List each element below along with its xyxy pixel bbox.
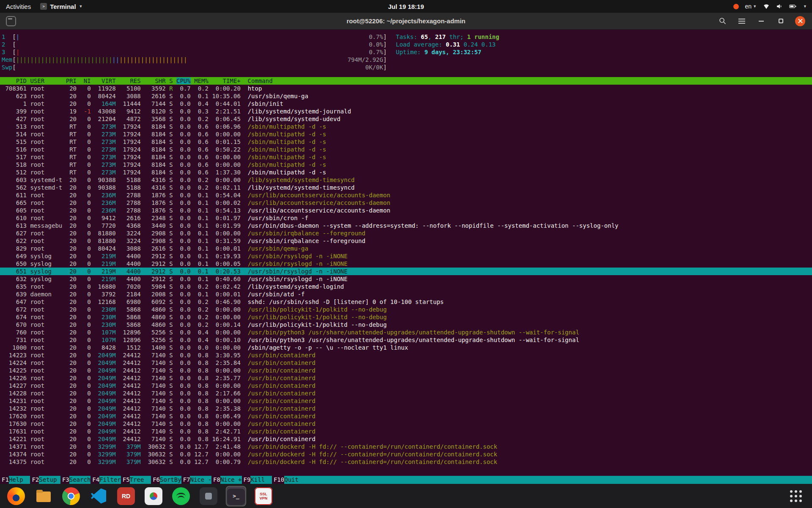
process-row-1[interactable]: 1 root 20 0 164M 11444 7144 S 0.0 0.4 0:… xyxy=(0,100,812,108)
process-row-1000[interactable]: 1000 root 20 0 8428 1512 1400 S 0.0 0.0 … xyxy=(0,344,812,351)
network-icon[interactable] xyxy=(763,3,770,10)
process-row-731[interactable]: 731 root 20 0 107M 12896 5256 S 0.0 0.4 … xyxy=(0,336,812,344)
process-row-515[interactable]: 515 root RT 0 273M 17924 8184 S 0.0 0.6 … xyxy=(0,138,812,146)
dock-item-firefox[interactable] xyxy=(6,486,26,506)
process-row-14228[interactable]: 14228 root 20 0 2049M 24412 7140 S 0.0 0… xyxy=(0,389,812,397)
process-row-17630[interactable]: 17630 root 20 0 2049M 24412 7140 S 0.0 0… xyxy=(0,420,812,428)
sort-column-cpu[interactable]: CPU% xyxy=(176,77,191,84)
process-row-516[interactable]: 516 root RT 0 273M 17924 8184 S 0.0 0.6 … xyxy=(0,146,812,153)
app-light-icon xyxy=(145,487,162,505)
process-row-14375[interactable]: 14375 root 20 0 3299M 379M 30632 S 0.0 1… xyxy=(0,458,812,466)
search-button[interactable] xyxy=(717,16,727,26)
dock-item-chrome[interactable] xyxy=(61,486,81,506)
maximize-button[interactable] xyxy=(776,16,786,26)
menu-button[interactable] xyxy=(737,16,747,26)
process-row-605[interactable]: 605 root 20 0 236M 2788 1876 S 0.0 0.1 0… xyxy=(0,207,812,214)
process-row-611[interactable]: 611 root 20 0 236M 2788 1876 S 0.0 0.1 0… xyxy=(0,191,812,199)
dock-item-app-light[interactable] xyxy=(143,486,164,506)
terminal-screen[interactable]: 1 [| 0.7%]2 [ xyxy=(0,30,812,484)
minimize-button[interactable] xyxy=(756,16,766,26)
fn-key-f10[interactable]: F10Quit xyxy=(272,476,812,484)
app-indicator-icon[interactable] xyxy=(733,4,739,9)
app-dark-icon xyxy=(200,487,217,505)
process-row-639[interactable]: 639 daemon 20 0 3792 2184 2008 S 0.0 0.1… xyxy=(0,290,812,298)
process-row-14231[interactable]: 14231 root 20 0 2049M 24412 7140 S 0.0 0… xyxy=(0,397,812,405)
dock-item-rd[interactable]: RD xyxy=(116,486,136,506)
process-row-17631[interactable]: 17631 root 20 0 2049M 24412 7140 S 0.0 0… xyxy=(0,428,812,435)
input-language-indicator[interactable]: en ▼ xyxy=(745,3,757,10)
process-row-670[interactable]: 670 root 20 0 230M 5868 4860 S 0.0 0.2 0… xyxy=(0,321,812,329)
process-row-14221[interactable]: 14221 root 20 0 2049M 24412 7140 S 0.0 0… xyxy=(0,435,812,443)
process-row-14371[interactable]: 14371 root 20 0 3299M 379M 30632 S 0.0 1… xyxy=(0,443,812,450)
dock-item-terminal[interactable]: >_ xyxy=(226,486,246,506)
process-row-14224[interactable]: 14224 root 20 0 2049M 24412 7140 S 0.0 0… xyxy=(0,359,812,367)
dock-item-vscode[interactable] xyxy=(88,486,109,506)
process-row-427[interactable]: 427 root 20 0 21204 4872 3568 S 0.0 0.2 … xyxy=(0,115,812,123)
process-row-632[interactable]: 632 syslog 20 0 219M 4400 2912 S 0.0 0.1… xyxy=(0,275,812,283)
dock-item-files[interactable] xyxy=(33,486,54,506)
process-row-651[interactable]: 651 syslog 20 0 219M 4400 2912 S 0.0 0.1… xyxy=(0,268,812,275)
fn-key-f6[interactable]: F6SortBy xyxy=(151,476,181,484)
process-row-672[interactable]: 672 root 20 0 230M 5868 4860 S 0.0 0.2 0… xyxy=(0,306,812,313)
fn-key-f9[interactable]: F9Kill xyxy=(242,476,272,484)
process-table-rows: 708361 root 20 0 11928 5100 3592 R 0.7 0… xyxy=(0,85,812,466)
process-row-512[interactable]: 512 root RT 0 273M 17924 8184 S 0.0 0.6 … xyxy=(0,168,812,176)
process-row-14226[interactable]: 14226 root 20 0 2049M 24412 7140 S 0.0 0… xyxy=(0,374,812,382)
load-average: Load average: 0.31 0.24 0.13 xyxy=(396,41,499,48)
search-icon xyxy=(719,17,726,25)
fn-key-f4[interactable]: F4Filter xyxy=(91,476,121,484)
process-row-517[interactable]: 517 root RT 0 273M 17924 8184 S 0.0 0.6 … xyxy=(0,153,812,161)
process-row-650[interactable]: 650 syslog 20 0 219M 4400 2912 S 0.0 0.1… xyxy=(0,260,812,268)
terminal-icon: >_ xyxy=(227,487,245,505)
process-row-647[interactable]: 647 root 20 0 12168 6980 6092 S 0.0 0.2 … xyxy=(0,298,812,306)
process-row-562[interactable]: 562 systemd-t 20 0 90388 5188 4316 S 0.0… xyxy=(0,184,812,191)
process-row-14225[interactable]: 14225 root 20 0 2049M 24412 7140 S 0.0 0… xyxy=(0,367,812,374)
chrome-icon xyxy=(62,487,80,505)
process-row-649[interactable]: 649 syslog 20 0 219M 4400 2912 S 0.0 0.1… xyxy=(0,252,812,260)
process-row-603[interactable]: 603 systemd-t 20 0 90388 5188 4316 S 0.0… xyxy=(0,176,812,184)
process-row-623[interactable]: 623 root 20 0 80424 3088 2616 S 0.0 0.1 … xyxy=(0,92,812,100)
spotify-icon xyxy=(172,487,190,505)
sslvpn-icon: SSL VPN xyxy=(255,487,272,505)
fn-key-f5[interactable]: F5Tree xyxy=(121,476,151,484)
window-icon[interactable] xyxy=(6,16,16,26)
fn-key-f1[interactable]: F1Help xyxy=(0,476,30,484)
close-button[interactable] xyxy=(795,16,805,26)
process-row-674[interactable]: 674 root 20 0 230M 5868 4860 S 0.0 0.2 0… xyxy=(0,313,812,321)
process-row-610[interactable]: 610 root 20 0 9412 2616 2348 S 0.0 0.1 0… xyxy=(0,214,812,222)
process-row-17620[interactable]: 17620 root 20 0 2049M 24412 7140 S 0.0 0… xyxy=(0,412,812,420)
dock-item-sslvpn[interactable]: SSL VPN xyxy=(253,486,274,506)
fn-key-f3[interactable]: F3Search xyxy=(60,476,91,484)
process-row-399[interactable]: 399 root 19 -1 43008 9412 8120 S 0.0 0.3… xyxy=(0,108,812,115)
process-row-14232[interactable]: 14232 root 20 0 2049M 24412 7140 S 0.0 0… xyxy=(0,405,812,412)
system-menu-chevron-icon[interactable]: ▼ xyxy=(803,4,807,8)
fn-key-f8[interactable]: F8Nice + xyxy=(211,476,241,484)
minimize-icon xyxy=(759,21,764,22)
process-row-635[interactable]: 635 root 20 0 16880 7020 5984 S 0.0 0.2 … xyxy=(0,283,812,290)
dock-item-app-dark[interactable] xyxy=(198,486,219,506)
process-row-14227[interactable]: 14227 root 20 0 2049M 24412 7140 S 0.0 0… xyxy=(0,382,812,389)
process-row-760[interactable]: 760 root 20 0 107M 12896 5256 S 0.0 0.4 … xyxy=(0,329,812,336)
dock-item-spotify[interactable] xyxy=(171,486,191,506)
fn-key-f7[interactable]: F7Nice - xyxy=(181,476,211,484)
process-row-622[interactable]: 622 root 20 0 81880 3224 2908 S 0.0 0.1 … xyxy=(0,237,812,245)
battery-icon[interactable] xyxy=(789,3,797,10)
volume-icon[interactable] xyxy=(776,3,783,10)
process-row-513[interactable]: 513 root RT 0 273M 17924 8184 S 0.0 0.6 … xyxy=(0,123,812,130)
process-row-829[interactable]: 829 root 20 0 80424 3088 2616 S 0.0 0.1 … xyxy=(0,245,812,252)
process-row-518[interactable]: 518 root RT 0 273M 17924 8184 S 0.0 0.6 … xyxy=(0,161,812,168)
maximize-icon xyxy=(779,19,783,23)
cpu-meter-2: 2 [ 0.0%] xyxy=(2,41,389,48)
process-row-514[interactable]: 514 root RT 0 273M 17924 8184 S 0.0 0.6 … xyxy=(0,130,812,138)
show-applications-button[interactable] xyxy=(790,490,802,502)
process-row-14223[interactable]: 14223 root 20 0 2049M 24412 7140 S 0.0 0… xyxy=(0,351,812,359)
dock: RD>_SSL VPN xyxy=(0,484,812,508)
fn-key-f2[interactable]: F2Setup xyxy=(30,476,60,484)
process-row-627[interactable]: 627 root 20 0 81880 3224 2908 S 0.0 0.1 … xyxy=(0,229,812,237)
process-table-header[interactable]: PID USER PRI NI VIRT RES SHR S CPU% MEM%… xyxy=(0,77,812,85)
process-row-14374[interactable]: 14374 root 20 0 3299M 379M 30632 S 0.0 1… xyxy=(0,450,812,458)
process-row-613[interactable]: 613 messagebu 20 0 7720 4368 3440 S 0.0 … xyxy=(0,222,812,229)
process-row-665[interactable]: 665 root 20 0 236M 2788 1876 S 0.0 0.1 0… xyxy=(0,199,812,207)
process-row-708361[interactable]: 708361 root 20 0 11928 5100 3592 R 0.7 0… xyxy=(0,85,812,92)
clock[interactable]: Jul 19 18:19 xyxy=(0,3,812,10)
